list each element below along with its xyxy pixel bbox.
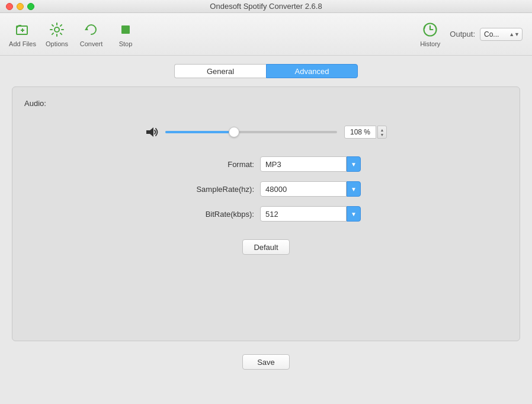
stop-button[interactable]: Stop [109, 17, 142, 52]
advanced-panel: Audio: 108 % ▲ ▼ [12, 86, 520, 341]
save-btn-row: Save [0, 354, 532, 370]
maximize-button[interactable] [27, 3, 34, 10]
default-button[interactable]: Default [242, 239, 290, 255]
svg-marker-8 [146, 127, 153, 137]
volume-slider-container[interactable] [165, 126, 337, 138]
output-select[interactable]: Co... ▲▼ [480, 28, 523, 41]
slider-fill [165, 131, 234, 133]
title-bar: Ondesoft Spotify Converter 2.6.8 [0, 0, 532, 13]
bit-rate-chevron-icon: ▼ [351, 211, 357, 217]
slider-track [165, 131, 337, 133]
bit-rate-select[interactable]: 512 [260, 206, 347, 222]
slider-thumb[interactable] [229, 127, 239, 137]
output-group: Output: Co... ▲▼ [450, 28, 523, 41]
bit-rate-row: BitRate(kbps): 512 ▼ [24, 206, 508, 222]
svg-rect-5 [121, 25, 130, 34]
tab-advanced-label: Advanced [295, 67, 329, 76]
format-value: MP3 [265, 160, 281, 169]
audio-section-label: Audio: [24, 99, 508, 108]
default-label: Default [254, 243, 278, 252]
toolbar-left-group: Add Files Options Convert [6, 17, 142, 52]
tab-general[interactable]: General [174, 64, 266, 78]
add-files-button[interactable]: Add Files [6, 17, 39, 52]
add-files-icon [14, 21, 31, 38]
options-button[interactable]: Options [40, 17, 73, 52]
default-btn-row: Default [24, 239, 508, 255]
sample-rate-row: SampleRate(hz): 48000 ▼ [24, 181, 508, 197]
output-value: Co... [484, 30, 499, 39]
sample-rate-dropdown-button[interactable]: ▼ [347, 181, 361, 197]
minimize-button[interactable] [17, 3, 24, 10]
traffic-lights[interactable] [6, 3, 34, 10]
bit-rate-dropdown-button[interactable]: ▼ [347, 206, 361, 222]
volume-value-group: 108 % ▲ ▼ [344, 126, 387, 139]
sample-rate-label: SampleRate(hz): [171, 185, 260, 194]
sample-rate-select[interactable]: 48000 [260, 181, 347, 197]
volume-value: 108 % [344, 126, 376, 139]
convert-icon [83, 21, 100, 38]
format-label: Format: [171, 160, 260, 169]
tab-advanced[interactable]: Advanced [266, 64, 358, 78]
svg-point-3 [55, 27, 59, 32]
format-dropdown-button[interactable]: ▼ [347, 156, 361, 172]
speaker-icon [145, 126, 158, 138]
toolbar-right-group: History Output: Co... ▲▼ [420, 21, 523, 47]
stop-label: Stop [119, 40, 133, 47]
tab-general-label: General [207, 67, 234, 76]
format-select[interactable]: MP3 [260, 156, 347, 172]
volume-row: 108 % ▲ ▼ [24, 126, 508, 139]
convert-label: Convert [80, 40, 103, 47]
content-area: General Advanced Audio: [0, 56, 532, 370]
save-button[interactable]: Save [242, 354, 290, 370]
bit-rate-value: 512 [265, 210, 278, 219]
svg-marker-4 [85, 27, 88, 30]
history-icon [422, 21, 438, 38]
sample-rate-value: 48000 [265, 185, 287, 194]
gear-icon [49, 21, 65, 38]
options-label: Options [46, 40, 68, 47]
output-label: Output: [450, 30, 475, 39]
sample-rate-chevron-icon: ▼ [351, 186, 357, 193]
save-label: Save [257, 358, 275, 367]
history-button[interactable]: History [420, 21, 440, 47]
convert-button[interactable]: Convert [75, 17, 108, 52]
volume-stepper[interactable]: ▲ ▼ [377, 126, 387, 139]
bit-rate-label: BitRate(kbps): [171, 210, 260, 219]
format-row: Format: MP3 ▼ [24, 156, 508, 172]
output-chevron-icon: ▲▼ [509, 31, 520, 37]
close-button[interactable] [6, 3, 13, 10]
history-label: History [420, 40, 440, 47]
tab-bar: General Advanced [0, 64, 532, 78]
stop-icon [117, 21, 134, 38]
stepper-up-icon[interactable]: ▲ [380, 128, 384, 132]
toolbar: Add Files Options Convert [0, 13, 532, 56]
format-chevron-icon: ▼ [351, 161, 357, 168]
window-title: Ondesoft Spotify Converter 2.6.8 [210, 2, 322, 11]
stepper-down-icon[interactable]: ▼ [380, 133, 384, 137]
add-files-label: Add Files [9, 40, 36, 47]
